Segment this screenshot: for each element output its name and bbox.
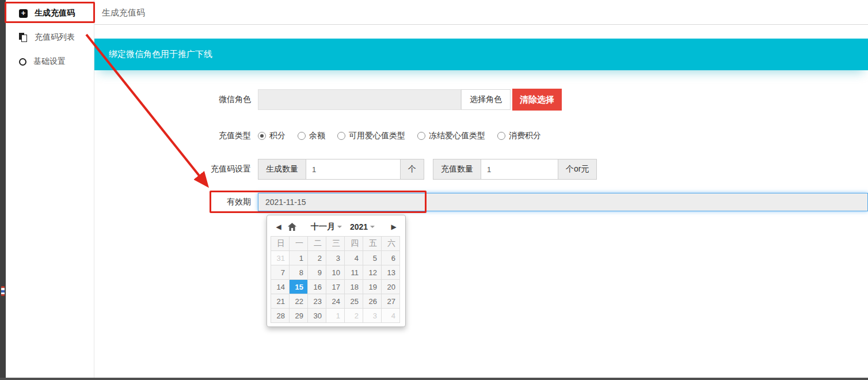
- calendar-day[interactable]: 2: [308, 251, 326, 265]
- sidebar-item-generate-code[interactable]: 生成充值码: [6, 1, 94, 25]
- calendar-day[interactable]: 7: [271, 265, 290, 280]
- calendar-day[interactable]: 15: [290, 280, 308, 294]
- chevron-down-icon: [337, 226, 342, 228]
- wechat-role-field[interactable]: [258, 89, 461, 110]
- weekday-cell: 一: [290, 237, 308, 251]
- generate-count-input[interactable]: [306, 159, 400, 180]
- calendar-day[interactable]: 18: [345, 280, 363, 294]
- radio-icon: [337, 132, 345, 140]
- calendar-day[interactable]: 16: [308, 280, 326, 294]
- wechat-role-label: 微信角色: [94, 94, 258, 105]
- main-content: 生成充值码 绑定微信角色用于推广下线 微信角色 选择角色 清除选择 充值类型 积…: [94, 0, 868, 378]
- calendar-day[interactable]: 1: [326, 309, 345, 323]
- radio-option-consume-points[interactable]: 消费积分: [497, 131, 541, 141]
- sidebar-item-code-list[interactable]: 充值码列表: [6, 25, 94, 50]
- circle-icon: [19, 58, 26, 66]
- info-banner: 绑定微信角色用于推广下线: [94, 39, 868, 70]
- calendar-day[interactable]: 24: [326, 294, 345, 309]
- calendar-day[interactable]: 14: [271, 280, 290, 294]
- calendar-day[interactable]: 4: [382, 309, 400, 323]
- calendar-day[interactable]: 12: [363, 265, 382, 280]
- calendar-day[interactable]: 2: [345, 309, 363, 323]
- calendar-day[interactable]: 8: [290, 265, 308, 280]
- calendar-day[interactable]: 22: [290, 294, 308, 309]
- year-select[interactable]: 2021: [350, 222, 375, 231]
- home-icon[interactable]: [288, 223, 296, 231]
- radio-option-points[interactable]: 积分: [258, 131, 285, 141]
- sidebar: 生成充值码 充值码列表 基础设置: [6, 0, 94, 378]
- calendar-day[interactable]: 29: [290, 309, 308, 323]
- prev-month-icon[interactable]: ◀: [274, 223, 283, 231]
- calendar-day[interactable]: 28: [271, 309, 290, 323]
- datepicker-month-year: 十一月 2021: [296, 222, 389, 232]
- calendar-day[interactable]: 27: [382, 294, 400, 309]
- validity-date-input[interactable]: [258, 193, 868, 211]
- radio-option-balance[interactable]: 余额: [298, 131, 325, 141]
- calendar-day[interactable]: 4: [345, 251, 363, 265]
- calendar-day[interactable]: 5: [363, 251, 382, 265]
- radio-icon: [258, 132, 266, 140]
- calendar-body: 3112345678910111213141516171819202122232…: [271, 251, 400, 323]
- calendar-day[interactable]: 10: [326, 265, 345, 280]
- calendar-day[interactable]: 3: [363, 309, 382, 323]
- calendar-day[interactable]: 6: [382, 251, 400, 265]
- recharge-type-label: 充值类型: [94, 131, 258, 141]
- calendar-day[interactable]: 25: [345, 294, 363, 309]
- calendar-day[interactable]: 26: [363, 294, 382, 309]
- chevron-down-icon: [370, 226, 375, 228]
- weekday-cell: 五: [363, 237, 382, 251]
- edge-panel-handle[interactable]: [1, 286, 5, 296]
- validity-label: 有效期: [94, 197, 258, 207]
- calendar-day[interactable]: 17: [326, 280, 345, 294]
- radio-label: 积分: [269, 131, 285, 141]
- weekday-cell: 三: [326, 237, 345, 251]
- sidebar-item-label: 生成充值码: [35, 8, 75, 18]
- calendar-day[interactable]: 19: [363, 280, 382, 294]
- sidebar-item-basic-settings[interactable]: 基础设置: [6, 50, 94, 74]
- recharge-type-options: 积分 余额 可用爱心值类型 冻结爱心值类型 消费积分: [258, 131, 541, 141]
- radio-option-frozen-love[interactable]: 冻结爱心值类型: [417, 131, 485, 141]
- recharge-amount-suffix: 个or元: [558, 159, 597, 180]
- validity-row: 有效期: [94, 193, 868, 211]
- copy-icon: [19, 33, 28, 42]
- radio-label: 消费积分: [509, 131, 541, 141]
- recharge-amount-prefix: 充值数量: [433, 159, 481, 180]
- weekday-cell: 日: [271, 237, 290, 251]
- code-settings-row: 充值码设置 生成数量 个 充值数量 个or元: [94, 159, 868, 180]
- datepicker-popup: ◀ 十一月 2021 ▶ 日一二三四五六 3112345678910111213…: [267, 215, 406, 327]
- radio-icon: [497, 132, 505, 140]
- generate-count-suffix: 个: [400, 159, 424, 180]
- code-settings-label: 充值码设置: [94, 164, 258, 174]
- calendar-day[interactable]: 21: [271, 294, 290, 309]
- calendar-day[interactable]: 23: [308, 294, 326, 309]
- calendar-day[interactable]: 3: [326, 251, 345, 265]
- recharge-amount-input[interactable]: [481, 159, 558, 180]
- calendar-day[interactable]: 9: [308, 265, 326, 280]
- next-month-icon[interactable]: ▶: [389, 223, 398, 231]
- radio-label: 余额: [309, 131, 325, 141]
- calendar-table: 日一二三四五六 31123456789101112131415161718192…: [271, 236, 400, 323]
- calendar-day[interactable]: 1: [290, 251, 308, 265]
- month-label: 十一月: [311, 222, 335, 232]
- select-role-button[interactable]: 选择角色: [461, 89, 511, 110]
- page-title: 生成充值码: [94, 0, 868, 25]
- clear-selection-button[interactable]: 清除选择: [512, 89, 562, 111]
- month-select[interactable]: 十一月: [311, 222, 342, 232]
- plus-square-icon: [19, 9, 28, 18]
- radio-icon: [417, 132, 425, 140]
- wechat-role-row: 微信角色 选择角色 清除选择: [94, 89, 868, 111]
- generate-count-prefix: 生成数量: [258, 159, 306, 180]
- generate-count-group: 生成数量 个: [258, 159, 424, 180]
- calendar-day[interactable]: 11: [345, 265, 363, 280]
- calendar-day[interactable]: 20: [382, 280, 400, 294]
- calendar-day[interactable]: 13: [382, 265, 400, 280]
- calendar-day[interactable]: 31: [271, 251, 290, 265]
- calendar-day[interactable]: 30: [308, 309, 326, 323]
- recharge-amount-group: 充值数量 个or元: [433, 159, 597, 180]
- recharge-type-row: 充值类型 积分 余额 可用爱心值类型 冻结爱心值类型: [94, 131, 868, 141]
- radio-icon: [298, 132, 306, 140]
- weekday-row: 日一二三四五六: [271, 237, 400, 251]
- radio-label: 可用爱心值类型: [349, 131, 405, 141]
- year-label: 2021: [350, 222, 368, 231]
- radio-option-available-love[interactable]: 可用爱心值类型: [337, 131, 405, 141]
